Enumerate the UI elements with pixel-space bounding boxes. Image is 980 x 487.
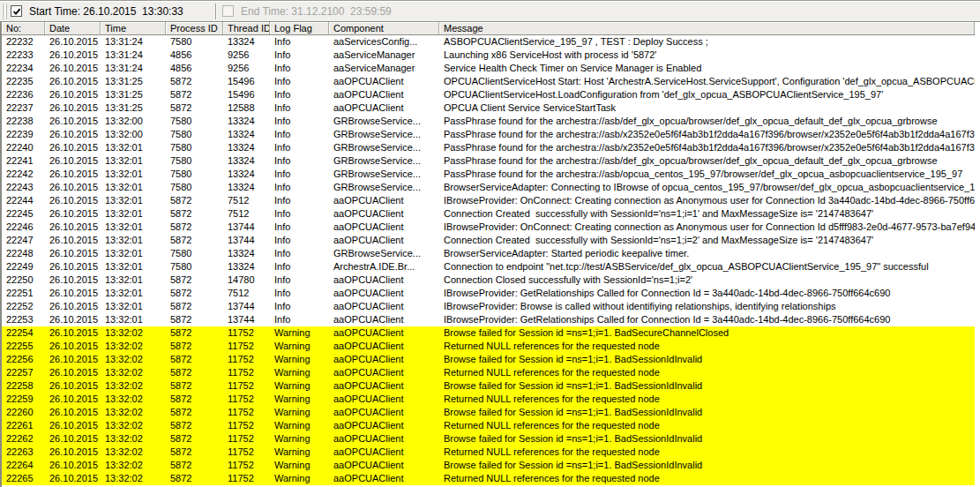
log-row[interactable]: 22232 26.10.2015 13:31:24 7580 13324 Inf… [2, 35, 975, 49]
cell-process-id: 5872 [166, 459, 223, 472]
cell-no: 22248 [2, 247, 45, 260]
column-header-message[interactable]: Message [439, 22, 975, 35]
log-row[interactable]: 22256 26.10.2015 13:32:02 5872 11752 War… [2, 353, 975, 366]
log-row[interactable]: 22249 26.10.2015 13:32:01 7580 13324 Inf… [2, 260, 975, 273]
cell-time: 13:32:02 [101, 340, 166, 353]
cell-no: 22234 [2, 62, 45, 75]
log-row[interactable]: 22245 26.10.2015 13:32:01 5872 7512 Info… [2, 207, 975, 221]
log-row[interactable]: 22247 26.10.2015 13:32:01 5872 13744 Inf… [2, 234, 975, 247]
cell-date: 26.10.2015 [45, 115, 101, 128]
cell-component: aaOPCUAClient [329, 221, 439, 234]
cell-message: IBrowseProvider: OnConnect: Creating con… [439, 221, 975, 234]
log-row[interactable]: 22263 26.10.2015 13:32:02 5872 11752 War… [2, 446, 975, 459]
cell-log-flag: Warning [270, 326, 329, 340]
cell-message: Returned NULL references for the request… [439, 340, 975, 353]
cell-component: aaServicesConfig... [329, 35, 439, 49]
cell-message: BrowserServiceAdapter: Started periodic … [439, 247, 975, 260]
cell-time: 13:32:00 [101, 115, 166, 128]
cell-time: 13:32:01 [101, 260, 166, 273]
log-row[interactable]: 22259 26.10.2015 13:32:02 5872 11752 War… [2, 393, 975, 406]
log-row[interactable]: 22233 26.10.2015 13:31:24 4856 9256 Info… [2, 49, 975, 62]
cell-thread-id: 9256 [223, 62, 270, 75]
log-row[interactable]: 22253 26.10.2015 13:32:01 5872 13744 Inf… [2, 313, 975, 326]
log-row[interactable]: 22236 26.10.2015 13:31:25 5872 15496 Inf… [2, 88, 975, 101]
log-row[interactable]: 22262 26.10.2015 13:32:02 5872 11752 War… [2, 432, 975, 446]
log-row[interactable]: 22240 26.10.2015 13:32:01 7580 13324 Inf… [2, 141, 975, 154]
cell-time: 13:32:01 [101, 313, 166, 326]
cell-process-id: 5872 [166, 406, 223, 419]
column-header-log-flag[interactable]: Log Flag [270, 22, 329, 35]
log-row[interactable]: 22234 26.10.2015 13:31:24 4856 9256 Info… [2, 62, 975, 75]
cell-log-flag: Info [270, 234, 329, 247]
log-row[interactable]: 22252 26.10.2015 13:32:01 5872 13744 Inf… [2, 300, 975, 313]
cell-component: aaOPCUAClient [329, 287, 439, 300]
end-time-checkbox[interactable] [222, 5, 234, 17]
log-row[interactable]: 22261 26.10.2015 13:32:02 5872 11752 War… [2, 419, 975, 432]
log-row[interactable]: 22265 26.10.2015 13:32:02 5872 11752 War… [2, 472, 975, 485]
column-header-thread-id[interactable]: Thread ID [223, 22, 270, 35]
log-row[interactable]: 22238 26.10.2015 13:32:00 7580 13324 Inf… [2, 115, 975, 128]
cell-message: Browse failed for Session id =ns=1;i=1. … [439, 459, 975, 472]
cell-thread-id: 11752 [223, 326, 270, 340]
log-row[interactable]: 22235 26.10.2015 13:31:25 5872 15496 Inf… [2, 75, 975, 88]
log-row[interactable]: 22241 26.10.2015 13:32:01 7580 13324 Inf… [2, 154, 975, 168]
cell-message: Returned NULL references for the request… [439, 419, 975, 432]
log-row[interactable]: 22237 26.10.2015 13:31:25 5872 12588 Inf… [2, 101, 975, 115]
cell-no: 22247 [2, 234, 45, 247]
toolbar-grabber[interactable] [2, 4, 7, 19]
column-header-time[interactable]: Time [101, 22, 166, 35]
cell-message: IBrowseProvider: OnConnect: Creating con… [439, 194, 975, 207]
log-row[interactable]: 22257 26.10.2015 13:32:02 5872 11752 War… [2, 366, 975, 379]
cell-component: aaOPCUAClient [329, 207, 439, 221]
column-header-process-id[interactable]: Process ID [166, 22, 223, 35]
cell-log-flag: Warning [270, 379, 329, 393]
cell-log-flag: Info [270, 88, 329, 101]
cell-no: 22253 [2, 313, 45, 326]
cell-log-flag: Info [270, 221, 329, 234]
log-row[interactable]: 22251 26.10.2015 13:32:01 5872 7512 Info… [2, 287, 975, 300]
cell-message: IBrowseProvider: Browse is called withou… [439, 300, 975, 313]
log-row[interactable]: 22248 26.10.2015 13:32:01 7580 13324 Inf… [2, 247, 975, 260]
cell-date: 26.10.2015 [45, 340, 101, 353]
cell-process-id: 5872 [166, 379, 223, 393]
cell-log-flag: Warning [270, 366, 329, 379]
start-time-checkbox[interactable] [11, 5, 22, 17]
cell-date: 26.10.2015 [45, 472, 101, 485]
log-rows: 22232 26.10.2015 13:31:24 7580 13324 Inf… [2, 35, 975, 487]
column-header-component[interactable]: Component [329, 22, 439, 35]
log-row[interactable]: 22239 26.10.2015 13:32:00 7580 13324 Inf… [2, 128, 975, 141]
log-row[interactable]: 22254 26.10.2015 13:32:02 5872 11752 War… [2, 326, 975, 340]
cell-log-flag: Warning [270, 459, 329, 472]
cell-no: 22257 [2, 366, 45, 379]
log-row[interactable]: 22260 26.10.2015 13:32:02 5872 11752 War… [2, 406, 975, 419]
log-row[interactable]: 22250 26.10.2015 13:32:01 5872 14780 Inf… [2, 273, 975, 287]
log-row[interactable]: 22242 26.10.2015 13:32:01 7580 13324 Inf… [2, 168, 975, 181]
log-row[interactable]: 22255 26.10.2015 13:32:02 5872 11752 War… [2, 340, 975, 353]
cell-no: 22245 [2, 207, 45, 221]
cell-component: aaOPCUAClient [329, 419, 439, 432]
cell-thread-id: 11752 [223, 353, 270, 366]
cell-component: aaOPCUAClient [329, 353, 439, 366]
cell-component: aaOPCUAClient [329, 194, 439, 207]
log-row[interactable]: 22243 26.10.2015 13:32:01 7580 13324 Inf… [2, 181, 975, 194]
start-time-label: Start Time: 26.10.2015 13:30:33 [29, 5, 183, 18]
column-header-no[interactable]: No: [2, 22, 45, 35]
cell-time: 13:32:02 [101, 459, 166, 472]
cell-no: 22260 [2, 406, 45, 419]
log-row[interactable]: 22258 26.10.2015 13:32:02 5872 11752 War… [2, 379, 975, 393]
column-header-date[interactable]: Date [45, 22, 101, 35]
cell-time: 13:32:01 [101, 300, 166, 313]
log-row[interactable]: 22264 26.10.2015 13:32:02 5872 11752 War… [2, 459, 975, 472]
cell-time: 13:32:01 [101, 287, 166, 300]
cell-time: 13:32:01 [101, 141, 166, 154]
cell-message: PassPhrase found for the archestra://asb… [439, 141, 975, 154]
cell-log-flag: Warning [270, 419, 329, 432]
log-row[interactable]: 22244 26.10.2015 13:32:01 5872 7512 Info… [2, 194, 975, 207]
cell-thread-id: 13744 [223, 300, 270, 313]
cell-component: aaOPCUAClient [329, 101, 439, 115]
cell-process-id: 5872 [166, 446, 223, 459]
log-row[interactable]: 22246 26.10.2015 13:32:01 5872 13744 Inf… [2, 221, 975, 234]
cell-component: ArchestrA.IDE.Br... [329, 260, 439, 273]
cell-no: 22242 [2, 168, 45, 181]
cell-time: 13:32:02 [101, 472, 166, 485]
